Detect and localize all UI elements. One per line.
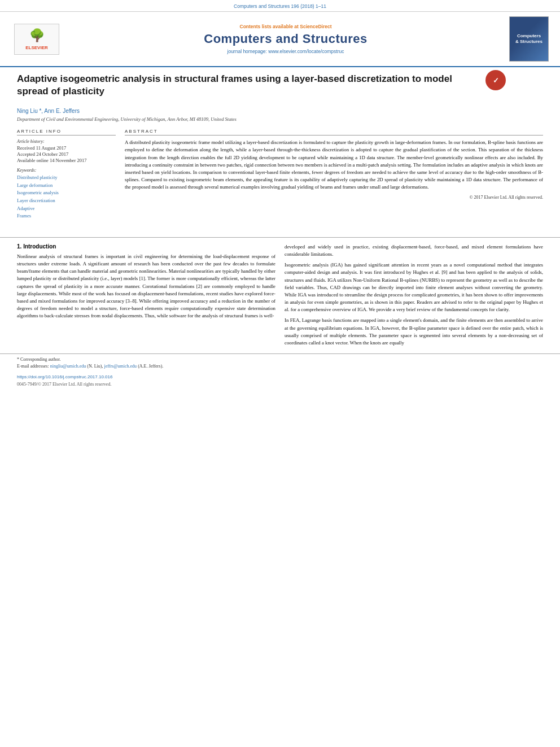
keyword-item: Large deformation: [17, 182, 116, 190]
journal-ref-text: Computers and Structures 196 (2018) 1–11: [234, 3, 326, 9]
keyword-item: Adaptive: [17, 205, 116, 213]
section1-heading: 1. Introduction: [17, 243, 275, 250]
sciencedirect-line: Contents lists available at ScienceDirec…: [68, 24, 504, 29]
crossmark-badge-container: ✓: [485, 70, 506, 90]
right-paragraph: developed and widely used in practice, e…: [285, 243, 543, 258]
section1-number: 1.: [17, 243, 21, 250]
tree-icon: 🌳: [29, 28, 45, 43]
authors-text: Ning Liu *, Ann E. Jeffers: [17, 108, 80, 114]
article-history-label: Article history:: [17, 139, 116, 144]
keywords-label: Keywords:: [17, 168, 116, 173]
footnote-area: * Corresponding author. E-mail addresses…: [0, 353, 560, 373]
issn-section: 0045-7949/© 2017 Elsevier Ltd. All right…: [0, 381, 560, 388]
journal-reference: Computers and Structures 196 (2018) 1–11: [0, 0, 560, 12]
doi-url[interactable]: https://doi.org/10.1016/j.compstruc.2017…: [17, 374, 112, 379]
section-divider: [0, 237, 560, 238]
homepage-line: journal homepage: www.elsevier.com/locat…: [68, 49, 504, 54]
journal-title: Computers and Structures: [68, 32, 504, 46]
abstract-column: ABSTRACT A distributed plasticity isogeo…: [125, 129, 543, 220]
email-label: E-mail addresses:: [17, 364, 50, 369]
keywords-section: Keywords: Distributed plasticityLarge de…: [17, 168, 116, 220]
article-content: Adaptive isogeometric analysis in struct…: [0, 67, 560, 231]
email2-link[interactable]: jeffrs@umich.edu: [104, 364, 137, 369]
doi-section: https://doi.org/10.1016/j.compstruc.2017…: [0, 373, 560, 381]
sciencedirect-prefix: Contents lists available at: [240, 24, 300, 29]
keyword-item: Distributed plasticity: [17, 174, 116, 182]
article-title: Adaptive isogeometric analysis in struct…: [17, 73, 480, 98]
header-center: Contents lists available at ScienceDirec…: [62, 24, 509, 54]
article-info-label: ARTICLE INFO: [17, 129, 116, 136]
page-wrapper: Computers and Structures 196 (2018) 1–11…: [0, 0, 560, 388]
body-left-column: 1. Introduction Nonlinear analysis of st…: [17, 243, 275, 350]
email1-name: (N. Liu),: [87, 364, 103, 369]
corresponding-author-note: * Corresponding author.: [17, 356, 543, 363]
elsevier-logo-box: 🌳 ELSEVIER: [11, 24, 62, 55]
left-paragraph-1: Nonlinear analysis of structural frames …: [17, 253, 275, 320]
keyword-item: Frames: [17, 212, 116, 220]
thumb-title: Computers& Structures: [515, 33, 542, 44]
email-line: E-mail addresses: ningliu@umich.edu (N. …: [17, 363, 543, 370]
homepage-prefix: journal homepage:: [228, 49, 269, 54]
keyword-item: Layer discretization: [17, 197, 116, 205]
journal-thumbnail: Computers& Structures: [509, 16, 549, 62]
article-info-column: ARTICLE INFO Article history: Received 1…: [17, 129, 116, 220]
authors-line: Ning Liu *, Ann E. Jeffers: [17, 108, 543, 114]
abstract-text: A distributed plasticity isogeometric fr…: [125, 139, 543, 191]
elsevier-logo: 🌳 ELSEVIER: [14, 24, 59, 55]
body-right-column: developed and widely used in practice, e…: [285, 243, 543, 350]
received-date: Received 11 August 2017: [17, 145, 116, 151]
email2-name: (A.E. Jeffers).: [138, 364, 163, 369]
asterisk-note: * Corresponding author.: [17, 357, 61, 362]
abstract-label: ABSTRACT: [125, 129, 543, 136]
copyright-line: © 2017 Elsevier Ltd. All rights reserved…: [125, 195, 543, 200]
article-info-abstract-section: ARTICLE INFO Article history: Received 1…: [17, 129, 543, 220]
right-paragraph: Isogeometric analysis (IGA) has gained s…: [285, 261, 543, 313]
right-paragraph: In FEA, Lagrange basis functions are map…: [285, 317, 543, 347]
email1-link[interactable]: ningliu@umich.edu: [50, 364, 86, 369]
journal-header: 🌳 ELSEVIER Contents lists available at S…: [0, 12, 560, 67]
section1-title: Introduction: [23, 243, 56, 250]
accepted-date: Accepted 24 October 2017: [17, 151, 116, 157]
affiliation-line: Department of Civil and Environmental En…: [17, 116, 543, 122]
sciencedirect-name[interactable]: ScienceDirect: [300, 24, 331, 29]
keyword-item: Isogeometric analysis: [17, 189, 116, 197]
body-content: 1. Introduction Nonlinear analysis of st…: [0, 243, 560, 350]
keywords-list: Distributed plasticityLarge deformationI…: [17, 174, 116, 220]
available-date: Available online 14 November 2017: [17, 158, 116, 163]
crossmark-icon[interactable]: ✓: [485, 70, 506, 90]
svg-text:✓: ✓: [493, 76, 499, 85]
issn-text: 0045-7949/© 2017 Elsevier Ltd. All right…: [17, 382, 111, 387]
elsevier-label: ELSEVIER: [25, 45, 48, 50]
homepage-url[interactable]: www.elsevier.com/locate/compstruc: [268, 49, 344, 54]
